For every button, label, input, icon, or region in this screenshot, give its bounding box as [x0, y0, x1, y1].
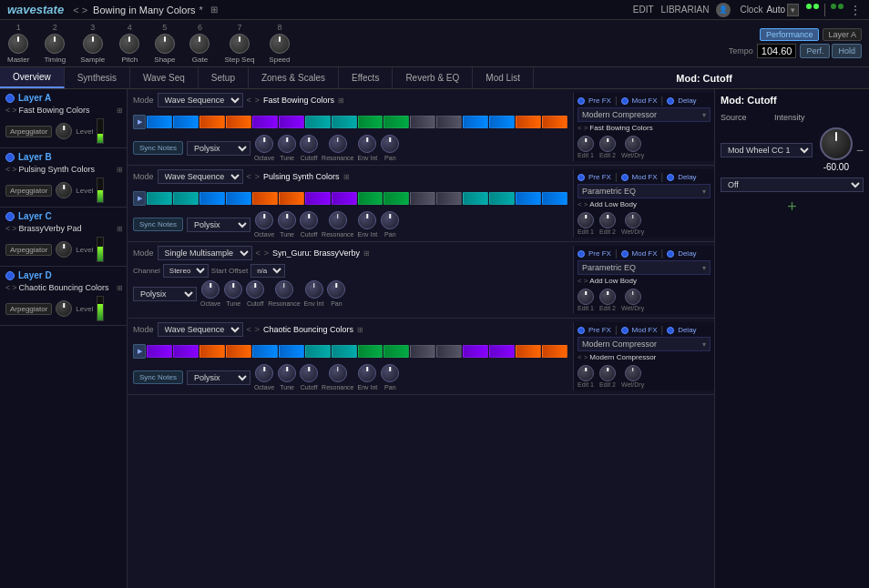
fx-preset-nav-prev-A[interactable]: <	[578, 124, 582, 132]
layer-preset-icon-C[interactable]: ⊞	[117, 225, 123, 233]
lr-preset-icon-D[interactable]: ⊞	[357, 326, 363, 334]
polysix-dropdown-A[interactable]: PolysixMonoPoly	[187, 141, 250, 156]
clock-auto-button[interactable]: ▾	[787, 4, 799, 16]
lr-preset-icon-B[interactable]: ⊞	[343, 173, 350, 181]
lr-knob-env-int-A[interactable]	[358, 135, 376, 153]
waveseq-step-D-10[interactable]	[410, 345, 435, 358]
lr-knob-octave-A[interactable]	[255, 135, 273, 153]
knob-4[interactable]	[119, 34, 139, 54]
lr-knob-env-int-C[interactable]	[305, 280, 323, 299]
librarian-button[interactable]: LIBRARIAN	[661, 5, 710, 15]
lr-knob-tune-B[interactable]	[278, 211, 296, 229]
waveseq-step-B-7[interactable]	[332, 192, 357, 205]
delay-btn-C[interactable]: Delay	[678, 249, 696, 258]
waveseq-step-B-10[interactable]	[410, 192, 435, 205]
fx-preset-nav-prev-B[interactable]: <	[578, 200, 582, 208]
lr-knob-octave-D[interactable]	[255, 364, 273, 382]
waveseq-step-D-6[interactable]	[305, 345, 331, 358]
fx-preset-nav-next-B[interactable]: >	[584, 200, 588, 208]
layer-preset-icon-B[interactable]: ⊞	[117, 166, 123, 174]
lr-preset-icon-C[interactable]: ⊞	[363, 249, 370, 258]
pre-fx-btn-D[interactable]: Pre FX	[588, 326, 611, 334]
waveseq-step-A-4[interactable]	[252, 116, 278, 128]
waveseq-step-D-15[interactable]	[542, 345, 567, 358]
knob-6[interactable]	[189, 34, 210, 54]
waveseq-step-A-9[interactable]	[383, 116, 409, 128]
tab-mod-list[interactable]: Mod List	[473, 67, 534, 88]
fx-knob-edit-1-D[interactable]	[578, 365, 594, 381]
tab-setup[interactable]: Setup	[199, 67, 249, 88]
lr-preset-nav-prev-B[interactable]: <	[247, 172, 251, 181]
lr-knob-pan-D[interactable]	[381, 364, 399, 382]
lr-knob-env-int-B[interactable]	[358, 211, 376, 229]
layer-level-knob-A[interactable]	[56, 123, 72, 139]
fx-type-dropdown-D[interactable]: ▾	[702, 340, 706, 349]
mod-source2-dropdown[interactable]: Off Mod Wheel CC 1	[721, 177, 864, 192]
layer-preset-icon-D[interactable]: ⊞	[117, 284, 123, 292]
lr-preset-nav-prev-D[interactable]: <	[247, 325, 251, 334]
waveseq-step-D-7[interactable]	[332, 345, 357, 358]
sync-btn-B[interactable]: Sync Notes	[133, 218, 183, 231]
fx-knob-edit-2-D[interactable]	[599, 365, 616, 381]
fx-knob-wet/dry-A[interactable]	[625, 136, 641, 152]
tab-wave-seq[interactable]: Wave Seq	[130, 67, 199, 88]
knob-1[interactable]	[8, 34, 28, 54]
waveseq-step-B-5[interactable]	[279, 192, 304, 205]
waveseq-step-A-11[interactable]	[436, 116, 462, 128]
waveseq-step-B-3[interactable]	[226, 192, 251, 205]
layer-power-B[interactable]	[5, 153, 15, 162]
sync-btn-D[interactable]: Sync Notes	[133, 370, 183, 384]
fx-knob-wet/dry-B[interactable]	[625, 212, 641, 228]
waveseq-step-A-2[interactable]	[199, 116, 225, 128]
fx-knob-edit-1-C[interactable]	[578, 289, 594, 305]
waveseq-step-D-3[interactable]	[226, 345, 251, 358]
mod-fx-btn-D[interactable]: Mod FX	[632, 326, 658, 334]
delay-power-C[interactable]	[667, 250, 674, 258]
layer-nav-next-C[interactable]: >	[12, 224, 16, 233]
waveseq-step-D-12[interactable]	[463, 345, 488, 358]
layer-power-C[interactable]	[5, 212, 15, 221]
knob-3[interactable]	[83, 34, 103, 54]
waveseq-step-D-1[interactable]	[173, 345, 199, 358]
waveseq-step-D-5[interactable]	[279, 345, 304, 358]
lr-knob-cutoff-C[interactable]	[246, 280, 264, 299]
layer-level-knob-D[interactable]	[56, 300, 72, 317]
tab-synthesis[interactable]: Synthesis	[65, 67, 130, 88]
layer-nav-prev-A[interactable]: <	[5, 106, 10, 115]
knob-2[interactable]	[45, 34, 65, 54]
user-icon[interactable]: 👤	[716, 3, 731, 17]
fx-knob-wet/dry-D[interactable]	[625, 365, 641, 381]
waveseq-step-B-8[interactable]	[358, 192, 383, 205]
mod-intensity-knob[interactable]	[820, 127, 853, 160]
layer-nav-prev-C[interactable]: <	[5, 224, 10, 233]
tab-reverb-&-eq[interactable]: Reverb & EQ	[393, 67, 473, 88]
waveseq-step-B-15[interactable]	[542, 192, 567, 205]
fx-knob-edit-2-A[interactable]	[599, 136, 616, 152]
layer-level-knob-C[interactable]	[56, 241, 72, 258]
waveseq-step-D-4[interactable]	[252, 345, 278, 358]
start-offset-dropdown-C[interactable]: n/a	[250, 264, 285, 278]
mode-dropdown-B[interactable]: Wave Sequence	[158, 169, 243, 184]
layer-preset-icon-A[interactable]: ⊞	[117, 106, 123, 115]
layer-arp-btn-C[interactable]: Arpeggiator	[5, 244, 52, 256]
delay-power-A[interactable]	[667, 97, 674, 105]
fx-knob-edit-1-A[interactable]	[578, 136, 594, 152]
waveseq-step-B-6[interactable]	[305, 192, 331, 205]
layer-nav-prev-B[interactable]: <	[5, 165, 10, 174]
fx-knob-edit-2-C[interactable]	[599, 289, 616, 305]
mod-fx-power-A[interactable]	[621, 97, 629, 105]
waveseq-step-D-14[interactable]	[516, 345, 541, 358]
lr-preset-nav-prev-A[interactable]: <	[247, 96, 251, 105]
waveseq-step-B-2[interactable]	[199, 192, 225, 205]
menu-button[interactable]: ⋮	[849, 3, 862, 17]
lr-knob-env-int-D[interactable]	[358, 364, 376, 382]
sync-btn-A[interactable]: Sync Notes	[133, 141, 183, 155]
tab-effects[interactable]: Effects	[339, 67, 393, 88]
tab-zones-&-scales[interactable]: Zones & Scales	[249, 67, 339, 88]
waveseq-step-B-4[interactable]	[252, 192, 278, 205]
mode-dropdown-C[interactable]: Single Multisample	[158, 246, 252, 260]
waveseq-step-D-8[interactable]	[358, 345, 383, 358]
waveseq-step-D-0[interactable]	[147, 345, 172, 358]
lr-knob-pan-A[interactable]	[381, 135, 399, 153]
waveseq-step-B-12[interactable]	[463, 192, 488, 205]
